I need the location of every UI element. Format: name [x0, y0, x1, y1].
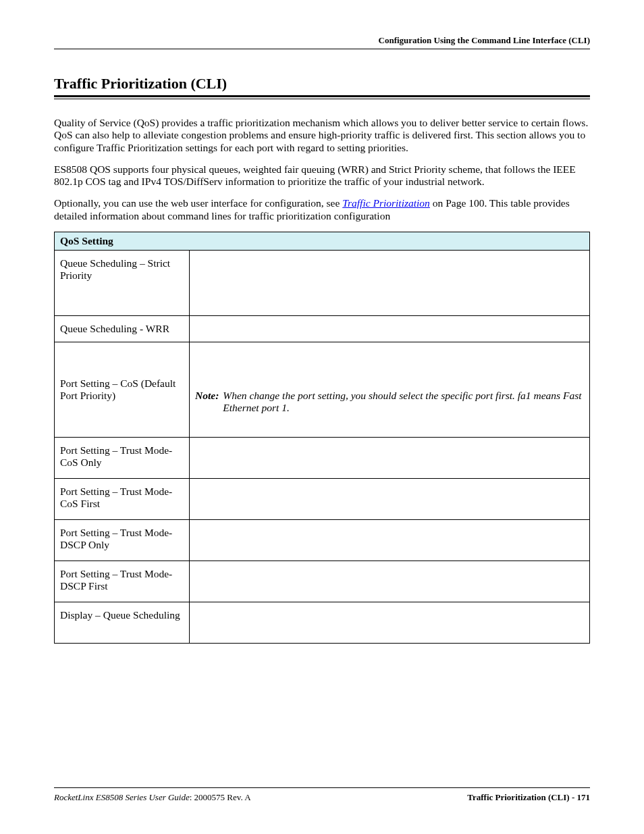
running-header: Configuration Using the Command Line Int…	[54, 35, 590, 49]
footer-product: RocketLinx ES8508 Series User Guide	[54, 792, 190, 802]
row-label: Port Setting – Trust Mode- CoS First	[55, 478, 190, 519]
footer-left: RocketLinx ES8508 Series User Guide: 200…	[54, 792, 251, 803]
row-content	[190, 561, 590, 602]
table-row: Queue Scheduling – Strict Priority	[55, 250, 590, 315]
table-row: Port Setting – Trust Mode- DSCP Only	[55, 519, 590, 561]
note: Note: When change the port setting, you …	[195, 390, 584, 414]
table-row: Port Setting – CoS (Default Port Priorit…	[55, 342, 590, 437]
table-row: Port Setting – Trust Mode- DSCP First	[55, 561, 590, 602]
table-header: QoS Setting	[55, 232, 590, 250]
p3-prefix: Optionally, you can use the web user int…	[54, 197, 342, 209]
row-content	[190, 437, 590, 478]
traffic-prioritization-link[interactable]: Traffic Prioritization	[342, 197, 430, 209]
qos-settings-table: QoS Setting Queue Scheduling – Strict Pr…	[54, 232, 590, 644]
page-footer: RocketLinx ES8508 Series User Guide: 200…	[54, 787, 590, 803]
row-content	[190, 602, 590, 643]
row-content	[190, 250, 590, 315]
row-content	[190, 478, 590, 519]
intro-paragraph-2: ES8508 QOS supports four physical queues…	[54, 163, 590, 188]
note-text: When change the port setting, you should…	[223, 390, 584, 414]
table-row: Port Setting – Trust Mode- CoS First	[55, 478, 590, 519]
note-label: Note:	[195, 390, 219, 402]
title-rule	[54, 95, 590, 99]
footer-docrev: : 2000575 Rev. A	[190, 792, 251, 802]
intro-paragraph-1: Quality of Service (QoS) provides a traf…	[54, 117, 590, 154]
table-row: Queue Scheduling - WRR	[55, 315, 590, 342]
row-label: Port Setting – Trust Mode- DSCP Only	[55, 519, 190, 561]
row-label: Port Setting – CoS (Default Port Priorit…	[55, 342, 190, 437]
table-header-row: QoS Setting	[55, 232, 590, 250]
page-title: Traffic Prioritization (CLI)	[54, 75, 590, 93]
table-row: Display – Queue Scheduling	[55, 602, 590, 643]
table-row: Port Setting – Trust Mode- CoS Only	[55, 437, 590, 478]
row-label: Display – Queue Scheduling	[55, 602, 190, 643]
row-label: Queue Scheduling - WRR	[55, 315, 190, 342]
row-content	[190, 519, 590, 561]
intro-paragraph-3: Optionally, you can use the web user int…	[54, 197, 590, 222]
page: Configuration Using the Command Line Int…	[0, 0, 644, 834]
row-content	[190, 315, 590, 342]
row-label: Queue Scheduling – Strict Priority	[55, 250, 190, 315]
row-label: Port Setting – Trust Mode- CoS Only	[55, 437, 190, 478]
row-label: Port Setting – Trust Mode- DSCP First	[55, 561, 190, 602]
footer-right: Traffic Prioritization (CLI) - 171	[467, 792, 590, 803]
row-content: Note: When change the port setting, you …	[190, 342, 590, 437]
